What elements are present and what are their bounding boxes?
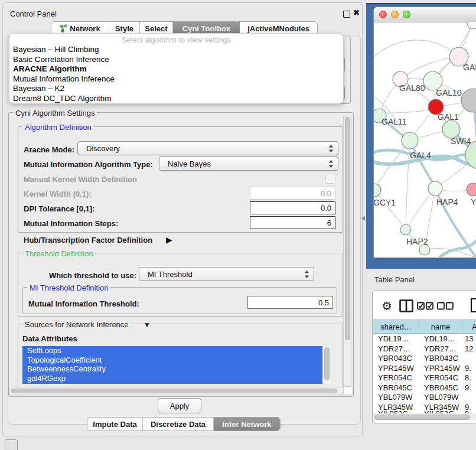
node-label-partial-y: Y (471, 197, 476, 207)
close-traffic-light[interactable] (379, 11, 387, 18)
list-item[interactable]: BetweennessCentrality (22, 364, 322, 374)
network-window-titlebar[interactable] (374, 7, 476, 22)
table-row[interactable]: YBL079W YBL079W (373, 393, 476, 403)
tab-cyni-toolbox-label: Cyni Toolbox (182, 24, 230, 33)
manual-kernel-width-label: Manual Kernel Width Definition (24, 175, 137, 184)
aracne-mode-value: Discovery (86, 144, 328, 153)
column-header-shared-name[interactable]: shared… (373, 319, 419, 334)
table-row[interactable]: YER054C YER054C 8. (373, 373, 476, 383)
dropdown-item[interactable]: Basic Correlation Inference (13, 55, 109, 64)
node-hap2[interactable] (400, 224, 411, 235)
node-label-gal10: GAL10 (436, 88, 462, 97)
tab-discretize-data-label: Discretize Data (151, 420, 206, 429)
splitter-collapse-handle[interactable] (361, 216, 366, 221)
algorithm-dropdown-popup: Select algorithm to view settings Bayesi… (9, 33, 344, 104)
deselect-all-checkboxes-icon[interactable] (437, 302, 454, 310)
stepper-arrows-icon (328, 159, 334, 168)
aracne-mode-label: Aracne Mode: (24, 145, 74, 154)
node-hap4[interactable] (428, 181, 442, 195)
close-window-button[interactable]: ✖ (353, 8, 360, 17)
kernel-width-label: Kernel Width (0,1): (24, 190, 92, 198)
mi-threshold-input[interactable] (247, 296, 333, 309)
node-salmon[interactable] (467, 183, 476, 196)
table-horizontal-scrollbar[interactable] (373, 413, 476, 420)
node-label-gal80: GAL80 (399, 83, 425, 93)
dropdown-item-selected[interactable]: ARACNE Algorithm (13, 64, 87, 73)
cell: YBR043C (373, 354, 419, 364)
document-icon[interactable] (470, 298, 476, 313)
minimized-panel-button[interactable] (5, 439, 18, 450)
select-all-checkboxes-icon[interactable] (417, 302, 433, 310)
which-threshold-select[interactable]: MI Threshold (139, 267, 314, 281)
split-columns-icon[interactable] (399, 299, 413, 312)
zoom-traffic-light[interactable] (403, 11, 410, 18)
stepper-arrows-icon (328, 144, 334, 153)
which-threshold-value: MI Threshold (148, 270, 304, 279)
cell: YBR043C (419, 354, 462, 364)
node-label-gcy1: GCY1 (373, 198, 396, 207)
settings-vertical-scrollbar[interactable] (343, 116, 351, 387)
tab-discretize-data[interactable]: Discretize Data (143, 418, 214, 431)
list-scrollbar[interactable] (323, 346, 331, 384)
settings-horizontal-scrollbar-thumb[interactable] (11, 389, 337, 393)
list-item[interactable]: gal4RGexp (22, 374, 322, 383)
tab-impute-data[interactable]: Impute Data (87, 418, 143, 431)
tab-jactivemnodules-label: jActiveMNodules (247, 24, 309, 33)
table-header-row: shared… name A (373, 319, 476, 334)
mi-steps-input[interactable] (250, 216, 335, 229)
dropdown-item[interactable]: Bayesian – Hill Climbing (13, 45, 99, 54)
settings-vertical-scrollbar-thumb[interactable] (345, 117, 350, 340)
node-label-hap2: HAP2 (406, 237, 428, 246)
column-header-name[interactable]: name (419, 319, 462, 334)
node-gal4[interactable] (402, 132, 418, 149)
node-swi4[interactable] (442, 120, 460, 138)
mi-algorithm-type-value: Naive Bayes (168, 159, 328, 168)
cell: YDL19… (373, 334, 419, 344)
table-horizontal-scrollbar-thumb[interactable] (374, 415, 470, 420)
cell: 13 (462, 334, 476, 344)
node-gcy1[interactable] (374, 184, 381, 197)
float-window-button[interactable] (343, 11, 350, 18)
table-row[interactable]: YPR145W YPR145W 9. (373, 364, 476, 374)
manual-kernel-width-checkbox[interactable] (325, 174, 335, 184)
gear-icon[interactable]: ⚙ (382, 299, 392, 313)
mi-algorithm-type-select[interactable]: Naive Bayes (159, 156, 338, 171)
node[interactable] (467, 22, 476, 29)
sources-legend[interactable]: Sources for Network Inference (22, 320, 131, 329)
hub-definition-label[interactable]: Hub/Transcription Factor Definition (24, 236, 152, 244)
mi-threshold-label: Mutual Information Threshold: (28, 299, 139, 308)
cell: 12 (462, 344, 476, 354)
apply-button[interactable]: Apply (158, 398, 201, 413)
minimize-traffic-light[interactable] (391, 11, 399, 18)
table-row[interactable]: YBR043C YBR043C (373, 354, 476, 364)
mi-algorithm-type-label: Mutual Information Algorithm Type: (24, 160, 153, 169)
mi-threshold-legend: MI Threshold Definition (27, 283, 110, 292)
dropdown-item[interactable]: Bayesian – K2 (13, 84, 64, 93)
table-row[interactable]: YBR045C YBR045C 9. (373, 383, 476, 393)
dropdown-item[interactable]: Dream8 DC_TDC Algorithm (13, 94, 112, 103)
data-attributes-list[interactable]: SelfLoops TopologicalCoefficient Between… (22, 346, 322, 384)
dpi-tolerance-input[interactable] (250, 201, 335, 214)
tab-impute-data-label: Impute Data (93, 420, 136, 429)
cell: YDR27… (373, 344, 419, 354)
tab-infer-network[interactable]: Infer Network (214, 418, 280, 431)
table-row[interactable]: YDR27… YDR27… 12 (373, 344, 476, 354)
list-item[interactable]: SelfLoops (22, 346, 322, 356)
settings-horizontal-scrollbar[interactable] (9, 387, 344, 394)
expand-right-icon[interactable]: ▶ (166, 235, 172, 244)
cell: YDR27… (419, 344, 462, 354)
tab-style-label: Style (115, 24, 133, 33)
aracne-mode-select[interactable]: Discovery (77, 141, 338, 155)
collapse-down-icon[interactable]: ▼ (144, 321, 151, 329)
table-row[interactable]: YDL19… YDL19… 13 (373, 334, 476, 344)
column-header-partial[interactable]: A (462, 319, 476, 334)
tab-select-label: Select (145, 24, 167, 33)
dropdown-item[interactable]: Mutual Information Inference (13, 74, 115, 83)
list-scrollbar-thumb[interactable] (324, 347, 330, 380)
cell (462, 393, 476, 403)
node-gray[interactable] (461, 89, 476, 112)
kernel-width-input[interactable] (250, 187, 335, 200)
node-label-gal11: GAL11 (382, 117, 407, 126)
node-label-gal1: GAL1 (438, 112, 459, 122)
list-item[interactable]: TopologicalCoefficient (22, 356, 322, 365)
